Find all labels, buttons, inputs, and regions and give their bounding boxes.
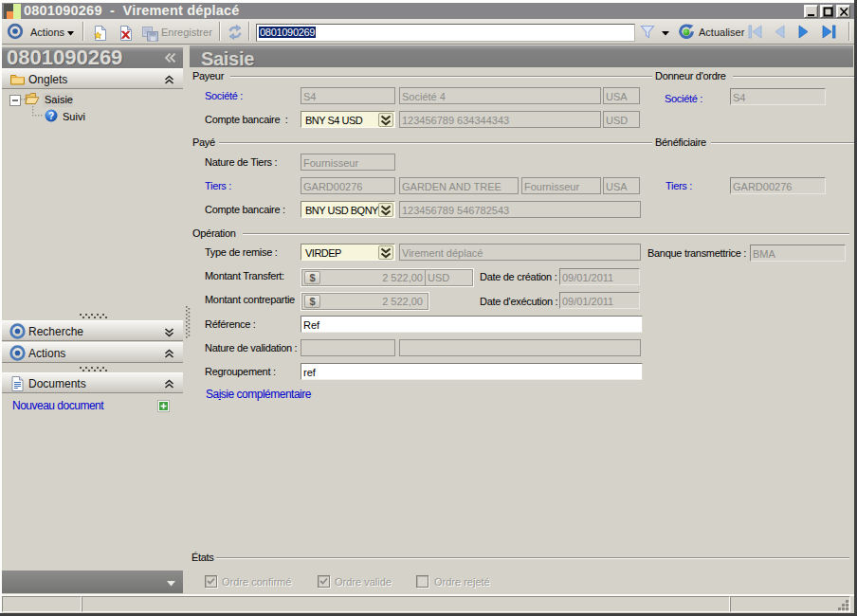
svg-text:?: ? <box>48 111 54 121</box>
